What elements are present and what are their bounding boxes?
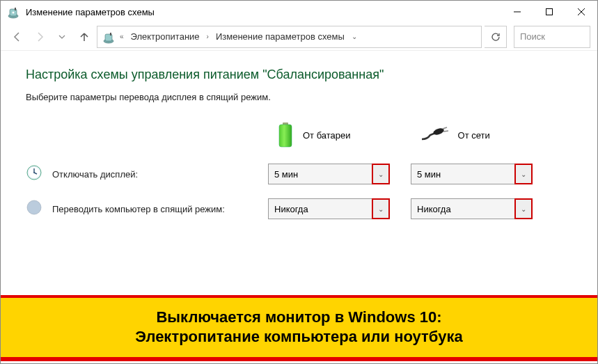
- chevron-down-icon[interactable]: ⌄: [514, 164, 533, 184]
- svg-rect-10: [110, 33, 111, 35]
- plug-icon: [420, 127, 450, 143]
- svg-point-20: [33, 172, 35, 173]
- chevron-down-icon[interactable]: ⌄: [372, 164, 390, 184]
- sleep-plugged-combo[interactable]: Никогда ⌄: [411, 198, 533, 219]
- on-battery-header: От батареи: [276, 122, 351, 148]
- annotation-banner: Выключается монитор в Windows 10: Электр…: [1, 295, 597, 361]
- search-input[interactable]: Поиск: [514, 26, 590, 48]
- title-bar: Изменение параметров схемы: [1, 1, 597, 23]
- svg-rect-12: [279, 125, 292, 147]
- svg-line-14: [443, 127, 447, 129]
- sleep-battery-combo[interactable]: Никогда ⌄: [268, 198, 390, 219]
- window-title: Изменение параметров схемы: [26, 7, 501, 17]
- display-battery-combo[interactable]: 5 мин ⌄: [268, 164, 390, 184]
- svg-rect-5: [546, 9, 553, 15]
- battery-icon: [276, 122, 294, 148]
- sleep-plugged-value: Никогда: [411, 204, 514, 214]
- banner-line-1: Выключается монитор в Windows 10:: [15, 308, 583, 328]
- turn-off-display-row: Отключать дисплей: 5 мин ⌄ 5 мин ⌄: [26, 164, 572, 184]
- sleep-icon: [26, 199, 45, 219]
- recent-dropdown[interactable]: [52, 27, 72, 47]
- up-button[interactable]: [74, 27, 94, 47]
- chevron-down-icon[interactable]: ⌄: [372, 198, 390, 219]
- svg-rect-2: [15, 8, 16, 10]
- chevron-down-icon[interactable]: ⌄: [514, 198, 533, 219]
- chevron-down-icon[interactable]: ⌄: [350, 31, 359, 42]
- breadcrumb-power-options[interactable]: Электропитание: [128, 30, 203, 43]
- page-title: Настройка схемы управления питанием "Сба…: [26, 68, 572, 82]
- power-plan-icon: [6, 5, 20, 19]
- on-battery-label: От батареи: [303, 130, 351, 141]
- display-plugged-combo[interactable]: 5 мин ⌄: [411, 164, 533, 184]
- plugged-in-label: От сети: [458, 130, 490, 141]
- window-controls: [501, 1, 597, 23]
- sleep-label: Переводить компьютер в спящий режим:: [52, 204, 268, 214]
- power-plan-icon: [102, 30, 116, 44]
- column-headers: От батареи От сети: [26, 122, 572, 148]
- address-bar[interactable]: « Электропитание › Изменение параметров …: [97, 26, 482, 48]
- plugged-in-header: От сети: [420, 122, 490, 148]
- chevron-left-icon[interactable]: «: [118, 31, 125, 42]
- banner-line-2: Электропитание компьютера или ноутбука: [15, 327, 583, 347]
- display-icon: [26, 164, 45, 184]
- page-subtitle: Выберите параметры перевода дисплея в сп…: [26, 92, 572, 102]
- content-area: Настройка схемы управления питанием "Сба…: [1, 51, 597, 219]
- turn-off-display-label: Отключать дисплей:: [52, 169, 268, 180]
- sleep-row: Переводить компьютер в спящий режим: Ник…: [26, 198, 572, 219]
- back-button[interactable]: [8, 27, 27, 47]
- breadcrumb-edit-plan[interactable]: Изменение параметров схемы: [213, 30, 347, 43]
- svg-line-15: [443, 131, 448, 132]
- minimize-button[interactable]: [501, 1, 533, 23]
- display-plugged-value: 5 мин: [411, 169, 514, 180]
- toolbar: « Электропитание › Изменение параметров …: [1, 23, 597, 51]
- display-battery-value: 5 мин: [269, 169, 372, 180]
- refresh-button[interactable]: [485, 26, 507, 48]
- maximize-button[interactable]: [533, 1, 565, 23]
- close-button[interactable]: [565, 1, 597, 23]
- sleep-battery-value: Никогда: [269, 204, 372, 214]
- search-placeholder: Поиск: [520, 31, 545, 42]
- forward-button[interactable]: [30, 27, 49, 47]
- chevron-right-icon[interactable]: ›: [205, 31, 210, 42]
- svg-point-21: [27, 200, 41, 214]
- svg-point-3: [13, 12, 15, 14]
